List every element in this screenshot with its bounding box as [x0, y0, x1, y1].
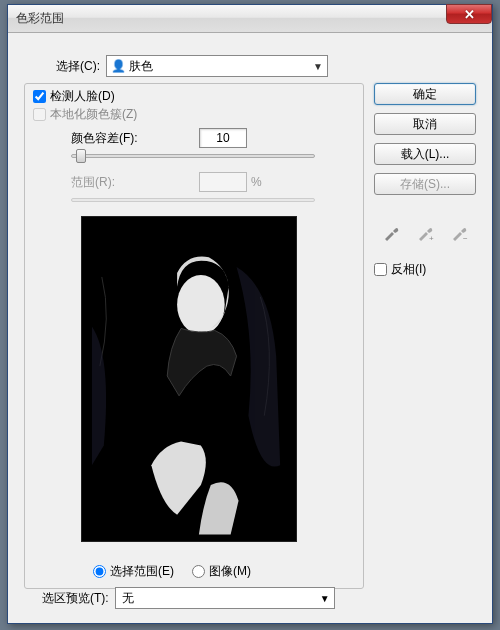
svg-point-1 — [177, 275, 225, 334]
detect-faces-label: 检测人脸(D) — [50, 88, 115, 105]
select-value: 肤色 — [129, 58, 153, 75]
fuzziness-row: 颜色容差(F): 10 — [71, 128, 247, 148]
eyedropper-icon[interactable] — [377, 221, 405, 245]
window-title: 色彩范围 — [16, 10, 64, 27]
save-button[interactable]: 存储(S)... — [374, 173, 476, 195]
skin-tone-icon: 👤 — [111, 59, 125, 73]
invert-row: 反相(I) — [374, 261, 476, 278]
options-group: 检测人脸(D) 本地化颜色簇(Z) 颜色容差(F): 10 范围(R): % — [24, 83, 364, 589]
eyedropper-tools: + − — [374, 221, 476, 245]
detect-faces-checkbox[interactable] — [33, 90, 46, 103]
radio-image[interactable]: 图像(M) — [192, 563, 251, 580]
close-button[interactable]: ✕ — [446, 4, 492, 24]
preview-image — [82, 217, 296, 541]
range-label: 范围(R): — [71, 174, 199, 191]
radio-selection[interactable]: 选择范围(E) — [93, 563, 174, 580]
fuzziness-input[interactable]: 10 — [199, 128, 247, 148]
localized-row: 本地化颜色簇(Z) — [33, 106, 137, 123]
radio-image-input[interactable] — [192, 565, 205, 578]
load-button[interactable]: 载入(L)... — [374, 143, 476, 165]
close-icon: ✕ — [464, 7, 475, 22]
range-input — [199, 172, 247, 192]
eyedropper-plus-icon[interactable]: + — [411, 221, 439, 245]
preview-mode-row: 选择范围(E) 图像(M) — [93, 563, 251, 580]
select-label: 选择(C): — [56, 58, 100, 75]
svg-text:+: + — [429, 234, 434, 242]
eyedropper-minus-icon[interactable]: − — [445, 221, 473, 245]
selection-preview-label: 选区预览(T): — [42, 590, 109, 607]
button-column: 确定 取消 载入(L)... 存储(S)... — [374, 83, 476, 203]
dialog-window: 色彩范围 ✕ 选择(C): 👤 肤色 ▼ 检测人脸(D) 本地化颜色簇(Z) — [7, 4, 493, 624]
fuzziness-slider[interactable] — [71, 154, 315, 158]
select-dropdown[interactable]: 👤 肤色 ▼ — [106, 55, 328, 77]
selection-preview-dropdown[interactable]: 无 ▼ — [115, 587, 335, 609]
chevron-down-icon: ▼ — [313, 61, 323, 72]
range-row: 范围(R): % — [71, 172, 262, 192]
select-row: 选择(C): 👤 肤色 ▼ — [56, 55, 328, 77]
dialog-content: 选择(C): 👤 肤色 ▼ 检测人脸(D) 本地化颜色簇(Z) 颜色容差(F):… — [16, 41, 484, 615]
cancel-button[interactable]: 取消 — [374, 113, 476, 135]
localized-checkbox[interactable] — [33, 108, 46, 121]
localized-label: 本地化颜色簇(Z) — [50, 106, 137, 123]
selection-preview-row: 选区预览(T): 无 ▼ — [42, 587, 335, 609]
chevron-down-icon: ▼ — [320, 593, 330, 604]
range-percent: % — [251, 175, 262, 189]
detect-faces-row: 检测人脸(D) — [33, 88, 115, 105]
titlebar[interactable]: 色彩范围 ✕ — [8, 5, 492, 33]
invert-label: 反相(I) — [391, 261, 426, 278]
fuzziness-label: 颜色容差(F): — [71, 130, 199, 147]
fuzziness-thumb[interactable] — [76, 149, 86, 163]
selection-preview — [81, 216, 297, 542]
range-slider — [71, 198, 315, 202]
invert-checkbox[interactable] — [374, 263, 387, 276]
selection-preview-value: 无 — [122, 590, 134, 607]
svg-text:−: − — [463, 234, 468, 242]
radio-selection-input[interactable] — [93, 565, 106, 578]
radio-selection-label: 选择范围(E) — [110, 563, 174, 580]
radio-image-label: 图像(M) — [209, 563, 251, 580]
ok-button[interactable]: 确定 — [374, 83, 476, 105]
